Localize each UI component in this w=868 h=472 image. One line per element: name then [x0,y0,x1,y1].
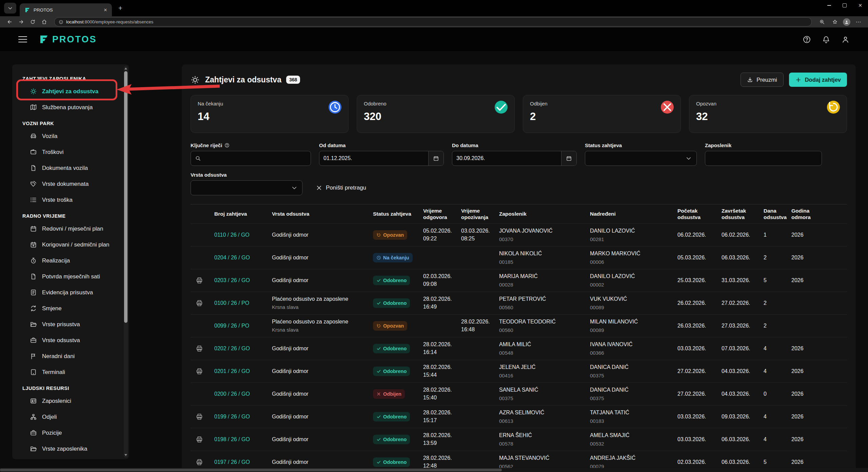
table-row[interactable]: 0201 / 26 / GO Godišnji odmor Odobreno 2… [191,360,847,382]
table-row[interactable]: 0099 / 26 / PO Plaćeno odsustvo za zapos… [191,314,847,337]
request-number-link[interactable]: 0199 / 26 / GO [214,414,250,419]
sidebar-item-vrste-odsustva[interactable]: Vrste odsustva [12,332,129,348]
browser-menu-button[interactable]: ⋯ [854,18,863,26]
help-circle-icon[interactable] [224,143,230,148]
sidebar-item-redovni-mjese-ni-plan[interactable]: Redovni / mjesečni plan [12,221,129,237]
window-close-button[interactable]: ✕ [852,0,868,11]
days-cell: 2 [757,320,785,332]
printer-icon[interactable] [196,413,203,420]
address-bar[interactable]: localhost:8000/employee-requests/absence… [54,17,812,26]
request-number-link[interactable]: 0110 / 26 / GO [214,232,250,238]
sidebar-item-evidencija-prisustva[interactable]: Evidencija prisustva [12,284,129,300]
help-icon[interactable] [803,35,811,44]
tab-close-icon[interactable]: ✕ [102,7,108,13]
keywords-input[interactable] [201,151,311,165]
stat-value: 32 [696,111,840,123]
request-number-link[interactable]: 0197 / 26 / GO [214,459,250,465]
table-row[interactable]: 0204 / 26 / GO Godišnji odmor Na čekanju… [191,246,847,269]
printer-icon[interactable] [196,368,203,375]
sidebar-item-smjene[interactable]: Smjene [12,300,129,316]
horizontal-scrollbar[interactable] [0,468,868,472]
refresh-button[interactable] [28,18,37,26]
request-number-link[interactable]: 0198 / 26 / GO [214,436,250,442]
date-from-calendar-button[interactable] [428,151,443,165]
printer-icon[interactable] [196,277,203,284]
sidebar-item-tro-kovi[interactable]: Troškovi [12,144,129,160]
window-maximize-button[interactable] [837,0,852,11]
calendar-plus-icon [30,241,37,248]
bookmark-button[interactable] [830,18,840,26]
back-button[interactable] [5,18,14,26]
user-icon[interactable] [841,35,850,44]
request-number-link[interactable]: 0201 / 26 / GO [214,368,250,374]
sidebar-item-zahtjevi-za-odsustva[interactable]: Zahtjevi za odsustva [12,83,129,99]
browser-tab[interactable]: PROTOS ✕ [20,3,112,16]
request-number-link[interactable]: 0203 / 26 / GO [214,277,250,283]
tab-search-button[interactable] [4,3,16,14]
printer-icon[interactable] [196,436,203,443]
scroll-up-icon[interactable] [124,67,127,70]
sidebar-item-realizacija[interactable]: Realizacija [12,253,129,269]
sidebar-item-label: Vrste odsustva [42,337,80,344]
tags-icon [30,180,37,188]
column-header-po-etak-odsustva: Početak odsustva [671,205,715,223]
check-icon [376,369,381,374]
request-number-link[interactable]: 0099 / 26 / PO [214,323,249,329]
back-icon [7,19,13,25]
manager-cell: IVANA IVANOVIĆ00366 [584,338,671,359]
sidebar-scrollbar-thumb[interactable] [124,71,127,323]
employee-filter-input[interactable] [705,151,822,165]
zoom-button[interactable] [817,18,827,26]
forward-button[interactable] [16,18,26,26]
add-request-button[interactable]: Dodaj zahtjev [789,73,847,87]
request-number-link[interactable]: 0200 / 26 / GO [214,391,250,397]
sidebar-scrollbar[interactable] [124,66,128,458]
sidebar-item-slu-bena-putovanja[interactable]: Službena putovanja [12,99,129,115]
table-row[interactable]: 0202 / 26 / GO Godišnji odmor Odobreno 2… [191,337,847,360]
date-to-input[interactable] [452,151,561,165]
stat-value: 14 [198,111,341,123]
printer-icon[interactable] [196,299,203,307]
printer-icon[interactable] [196,345,203,352]
sidebar-item-neradni-dani[interactable]: Neradni dani [12,348,129,364]
window-minimize-button[interactable] [821,0,837,11]
table-row[interactable]: 0198 / 26 / GO Godišnji odmor Odobreno 2… [191,428,847,451]
sidebar-item-vrste-zaposlenika[interactable]: Vrste zaposlenika [12,441,129,457]
sidebar-item-vrste-tro-ka[interactable]: Vrste troška [12,192,129,208]
reset-search-button[interactable]: Poništi pretragu [316,180,366,195]
sidebar-item-zaposlenici[interactable]: Zaposlenici [12,393,129,409]
status-filter-select[interactable] [585,151,697,166]
sidebar-item-vrste-dokumenata[interactable]: Vrste dokumenata [12,176,129,192]
table-row[interactable]: 0199 / 26 / GO Godišnji odmor Odobreno 2… [191,405,847,428]
request-number-link[interactable]: 0100 / 26 / PO [214,300,249,306]
table-row[interactable]: 0200 / 26 / GO Godišnji odmor Odbijen 28… [191,382,847,405]
sidebar-item-vozila[interactable]: Vozila [12,128,129,144]
request-number-link[interactable]: 0202 / 26 / GO [214,346,250,351]
menu-toggle-button[interactable] [18,36,27,42]
date-from-input[interactable] [319,151,428,165]
browser-navbar: localhost:8000/employee-requests/absence… [0,16,868,27]
browser-profile-avatar[interactable] [843,18,850,26]
request-number-link[interactable]: 0204 / 26 / GO [214,255,250,260]
sidebar-item-vrste-prisustva[interactable]: Vrste prisustva [12,316,129,332]
sidebar-item-dokumenta-vozila[interactable]: Dokumenta vozila [12,160,129,176]
site-info-icon[interactable] [59,20,63,24]
sidebar-item-odjeli[interactable]: Odjeli [12,409,129,425]
sidebar-item-pozicije[interactable]: Pozicije [12,425,129,441]
table-row[interactable]: 0110 / 26 / GO Godišnji odmor Opozvan 05… [191,223,847,246]
bell-icon[interactable] [822,35,830,44]
new-tab-button[interactable]: + [115,3,125,13]
printer-icon[interactable] [196,458,203,466]
table-row[interactable]: 0203 / 26 / GO Godišnji odmor Odobreno 0… [191,269,847,292]
download-button[interactable]: Preuzmi [741,73,784,87]
table-row[interactable]: 0100 / 26 / PO Plaćeno odsustvo za zapos… [191,292,847,314]
horizontal-scrollbar-thumb[interactable] [0,469,502,471]
sidebar-item-korigovani-sedmi-ni-plan[interactable]: Korigovani / sedmični plan [12,237,129,253]
type-filter-select[interactable] [191,180,302,195]
date-to-calendar-button[interactable] [561,151,576,165]
home-button[interactable] [39,18,49,26]
sidebar-item-potvrda-mjese-nih-sati[interactable]: Potvrda mjesečnih sati [12,269,129,284]
scroll-down-icon[interactable] [124,454,127,456]
sidebar-item-terminali[interactable]: Terminali [12,364,129,380]
app-logo[interactable]: PROTOS [39,34,97,45]
